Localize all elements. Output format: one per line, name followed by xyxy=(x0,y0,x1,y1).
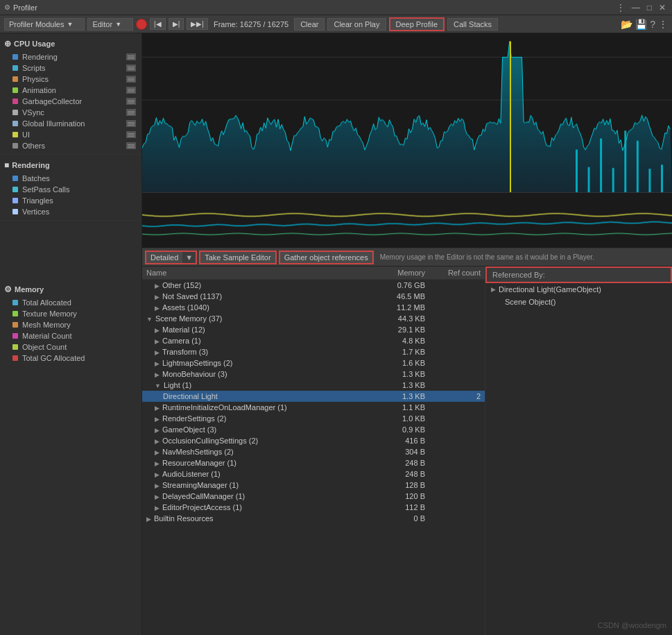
take-sample-group[interactable]: Take Sample Editor xyxy=(199,251,276,264)
expand-arrow-icon[interactable]: ▶ xyxy=(155,460,160,467)
sidebar-item-object-count[interactable]: Object Count xyxy=(0,341,141,353)
maximize-btn[interactable]: □ xyxy=(645,3,654,12)
expand-arrow-icon[interactable]: ▶ xyxy=(155,327,160,334)
save-icon[interactable]: 💾 xyxy=(635,19,647,30)
table-row[interactable]: Directional Light 1.3 KB 2 xyxy=(142,391,485,402)
ref-expand-icon: ▶ xyxy=(491,286,496,293)
sidebar-item-scripts[interactable]: Scripts xyxy=(0,62,141,74)
menu-dots-btn[interactable]: ⋮ xyxy=(614,3,627,12)
table-row[interactable]: ▶ NavMeshSettings (2) 304 B xyxy=(142,446,485,457)
sidebar-item-ui[interactable]: UI xyxy=(0,129,141,140)
table-header: Name Memory Ref count xyxy=(142,266,485,280)
sidebar-item-others[interactable]: Others xyxy=(0,140,141,151)
table-row[interactable]: ▶ Assets (1040) 11.2 MB xyxy=(142,302,485,313)
take-sample-btn[interactable]: Take Sample Editor xyxy=(200,252,275,263)
table-row[interactable]: ▶ LightmapSettings (2) 1.6 KB xyxy=(142,357,485,369)
row-memory: 1.7 KB xyxy=(370,348,425,356)
expand-arrow-icon[interactable]: ▶ xyxy=(155,493,160,500)
rendering-icon: ■ xyxy=(4,160,9,170)
sidebar-item-garbagecollector[interactable]: GarbageCollector xyxy=(0,96,141,107)
table-row[interactable]: ▶ Other (152) 0.76 GB xyxy=(142,280,485,291)
gather-refs-btn[interactable]: Gather object references xyxy=(280,252,372,263)
gather-refs-group[interactable]: Gather object references xyxy=(279,251,374,264)
memory-chart-canvas[interactable] xyxy=(142,193,672,248)
sidebar-item-mesh-memory[interactable]: Mesh Memory xyxy=(0,319,141,330)
table-row[interactable]: ▶ Camera (1) 4.8 KB xyxy=(142,335,485,346)
load-icon[interactable]: 📂 xyxy=(621,19,632,30)
detailed-btn[interactable]: Detailed xyxy=(146,252,182,263)
expand-arrow-icon[interactable]: ▶ xyxy=(155,405,160,412)
table-row[interactable]: ▶ Not Saved (1137) 46.5 MB xyxy=(142,291,485,302)
deep-profile-btn[interactable]: Deep Profile xyxy=(389,17,445,31)
table-row[interactable]: ▶ Transform (3) 1.7 KB xyxy=(142,346,485,357)
expand-arrow-icon[interactable]: ▶ xyxy=(155,371,160,378)
editor-dropdown[interactable]: Editor ▼ xyxy=(87,18,133,31)
sidebar-item-setpass-calls[interactable]: SetPass Calls xyxy=(0,184,141,195)
sidebar-item-total-allocated[interactable]: Total Allocated xyxy=(0,297,141,308)
sidebar-item-material-count[interactable]: Material Count xyxy=(0,330,141,341)
table-row[interactable]: ▶ MonoBehaviour (3) 1.3 KB xyxy=(142,369,485,380)
expand-arrow-icon[interactable]: ▶ xyxy=(155,427,160,434)
sidebar-item-global-illumination[interactable]: Global Illumination xyxy=(0,118,141,129)
table-row[interactable]: ▶ RuntimeInitializeOnLoadManager (1) 1.1… xyxy=(142,402,485,413)
sidebar-item-texture-memory[interactable]: Texture Memory xyxy=(0,308,141,319)
sidebar-item-rendering[interactable]: Rendering xyxy=(0,51,141,62)
window-controls[interactable]: ⋮ — □ ✕ xyxy=(614,3,668,12)
sidebar-item-physics[interactable]: Physics xyxy=(0,74,141,85)
expand-arrow-icon[interactable]: ▼ xyxy=(155,382,161,389)
color-indicator xyxy=(12,187,18,192)
expand-arrow-icon[interactable]: ▶ xyxy=(155,416,160,423)
expand-arrow-icon[interactable]: ▶ xyxy=(155,305,160,312)
sidebar-item-vertices[interactable]: Vertices xyxy=(0,206,141,217)
step-end-btn[interactable]: ▶▶| xyxy=(187,18,208,30)
expand-arrow-icon[interactable]: ▶ xyxy=(155,438,160,445)
call-stacks-btn[interactable]: Call Stacks xyxy=(447,18,498,31)
expand-arrow-icon[interactable]: ▶ xyxy=(155,449,160,456)
cpu-chart-canvas[interactable] xyxy=(142,33,672,192)
detailed-dropdown-group[interactable]: Detailed ▼ xyxy=(145,251,197,264)
table-row[interactable]: ▶ OcclusionCullingSettings (2) 416 B xyxy=(142,435,485,446)
expand-arrow-icon[interactable]: ▶ xyxy=(155,482,160,489)
table-row[interactable]: ▼ Light (1) 1.3 KB xyxy=(142,380,485,391)
ref-panel-item[interactable]: ▶ Directional Light(GameObject) xyxy=(485,283,672,296)
step-back-btn[interactable]: |◀ xyxy=(150,18,166,30)
sidebar-item-label: SetPass Calls xyxy=(22,185,136,194)
table-row[interactable]: ▶ Builtin Resources 0 B xyxy=(142,513,485,524)
more-options-icon[interactable]: ⋮ xyxy=(658,19,668,30)
ref-panel-item[interactable]: Scene Object() xyxy=(485,296,672,308)
expand-arrow-icon[interactable]: ▶ xyxy=(146,516,151,523)
clear-btn[interactable]: Clear xyxy=(294,18,325,31)
sidebar-item-vsync[interactable]: VSync xyxy=(0,107,141,118)
step-forward-btn[interactable]: ▶| xyxy=(169,18,184,30)
expand-arrow-icon[interactable]: ▶ xyxy=(155,294,160,300)
expand-arrow-icon[interactable]: ▶ xyxy=(155,505,160,511)
sidebar-item-total-gc-allocated[interactable]: Total GC Allocated xyxy=(0,353,141,364)
expand-arrow-icon[interactable]: ▶ xyxy=(155,360,160,367)
record-button[interactable] xyxy=(136,19,147,30)
detailed-arrow-icon[interactable]: ▼ xyxy=(182,253,196,262)
table-row[interactable]: ▼ Scene Memory (37) 44.3 KB xyxy=(142,313,485,324)
table-row[interactable]: ▶ ResourceManager (1) 248 B xyxy=(142,457,485,468)
table-row[interactable]: ▶ GameObject (3) 0.9 KB xyxy=(142,424,485,435)
profiler-modules-dropdown[interactable]: Profiler Modules ▼ xyxy=(4,18,85,31)
sidebar-item-animation[interactable]: Animation xyxy=(0,85,141,96)
table-row[interactable]: ▶ StreamingManager (1) 128 B xyxy=(142,480,485,491)
table-row[interactable]: ▶ RenderSettings (2) 1.0 KB xyxy=(142,413,485,424)
table-row[interactable]: ▶ Material (12) 29.1 KB xyxy=(142,324,485,335)
close-btn[interactable]: ✕ xyxy=(657,3,668,12)
table-row[interactable]: ▶ AudioListener (1) 248 B xyxy=(142,468,485,480)
expand-arrow-icon[interactable]: ▶ xyxy=(155,349,160,356)
minimize-btn[interactable]: — xyxy=(630,3,642,12)
table-row[interactable]: ▶ EditorProjectAccess (1) 112 B xyxy=(142,502,485,513)
expand-arrow-icon[interactable]: ▶ xyxy=(155,282,160,289)
help-icon[interactable]: ? xyxy=(650,19,655,30)
table-row[interactable]: ▶ DelayedCallManager (1) 120 B xyxy=(142,491,485,502)
sidebar-item-batches[interactable]: Batches xyxy=(0,173,141,184)
expand-arrow-icon[interactable]: ▶ xyxy=(155,338,160,345)
expand-arrow-icon[interactable]: ▼ xyxy=(146,316,153,323)
memory-table: Name Memory Ref count ▶ Other (152) 0.76… xyxy=(142,266,485,635)
color-indicator xyxy=(12,209,18,214)
clear-on-play-btn[interactable]: Clear on Play xyxy=(327,18,386,31)
sidebar-item-triangles[interactable]: Triangles xyxy=(0,195,141,206)
expand-arrow-icon[interactable]: ▶ xyxy=(155,471,160,478)
